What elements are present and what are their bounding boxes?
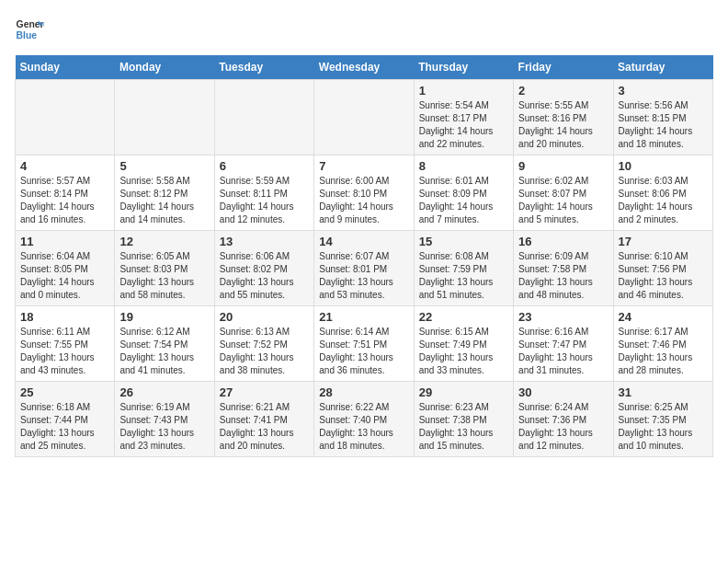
day-info: Sunrise: 6:24 AM Sunset: 7:36 PM Dayligh… bbox=[518, 401, 608, 453]
calendar-cell: 19Sunrise: 6:12 AM Sunset: 7:54 PM Dayli… bbox=[115, 306, 214, 382]
page-header: General Blue bbox=[15, 15, 713, 44]
calendar-cell: 23Sunrise: 6:16 AM Sunset: 7:47 PM Dayli… bbox=[514, 306, 613, 382]
day-info: Sunrise: 6:09 AM Sunset: 7:58 PM Dayligh… bbox=[518, 250, 608, 302]
calendar-cell: 25Sunrise: 6:18 AM Sunset: 7:44 PM Dayli… bbox=[16, 382, 115, 457]
day-number: 31 bbox=[619, 385, 708, 399]
day-number: 26 bbox=[119, 385, 209, 399]
calendar-header: SundayMondayTuesdayWednesdayThursdayFrid… bbox=[16, 55, 713, 80]
day-info: Sunrise: 5:58 AM Sunset: 8:12 PM Dayligh… bbox=[119, 175, 209, 226]
day-info: Sunrise: 6:06 AM Sunset: 8:02 PM Dayligh… bbox=[220, 250, 309, 302]
day-info: Sunrise: 5:59 AM Sunset: 8:11 PM Dayligh… bbox=[220, 175, 309, 226]
logo: General Blue bbox=[15, 15, 48, 44]
calendar-cell: 28Sunrise: 6:22 AM Sunset: 7:40 PM Dayli… bbox=[314, 382, 414, 457]
calendar-cell: 3Sunrise: 5:56 AM Sunset: 8:15 PM Daylig… bbox=[613, 80, 712, 155]
calendar-cell: 22Sunrise: 6:15 AM Sunset: 7:49 PM Dayli… bbox=[414, 306, 513, 382]
day-info: Sunrise: 5:55 AM Sunset: 8:16 PM Dayligh… bbox=[518, 99, 608, 151]
day-info: Sunrise: 6:17 AM Sunset: 7:46 PM Dayligh… bbox=[619, 326, 708, 377]
day-number: 18 bbox=[20, 310, 109, 324]
calendar-cell bbox=[214, 80, 313, 155]
calendar-body: 1Sunrise: 5:54 AM Sunset: 8:17 PM Daylig… bbox=[16, 80, 713, 457]
day-number: 22 bbox=[419, 310, 508, 324]
calendar-week-2: 4Sunrise: 5:57 AM Sunset: 8:14 PM Daylig… bbox=[16, 155, 713, 231]
calendar-cell: 9Sunrise: 6:02 AM Sunset: 8:07 PM Daylig… bbox=[514, 155, 613, 231]
day-number: 3 bbox=[619, 84, 708, 98]
calendar-cell: 21Sunrise: 6:14 AM Sunset: 7:51 PM Dayli… bbox=[314, 306, 414, 382]
day-info: Sunrise: 6:16 AM Sunset: 7:47 PM Dayligh… bbox=[518, 326, 608, 377]
day-number: 6 bbox=[220, 159, 309, 173]
calendar-cell: 12Sunrise: 6:05 AM Sunset: 8:03 PM Dayli… bbox=[115, 231, 214, 306]
day-number: 5 bbox=[119, 159, 209, 173]
day-number: 28 bbox=[319, 385, 408, 399]
calendar-cell: 16Sunrise: 6:09 AM Sunset: 7:58 PM Dayli… bbox=[514, 231, 613, 306]
calendar-cell: 26Sunrise: 6:19 AM Sunset: 7:43 PM Dayli… bbox=[115, 382, 214, 457]
weekday-header-row: SundayMondayTuesdayWednesdayThursdayFrid… bbox=[16, 55, 713, 80]
day-number: 12 bbox=[119, 235, 209, 248]
day-info: Sunrise: 6:25 AM Sunset: 7:35 PM Dayligh… bbox=[619, 401, 708, 453]
day-info: Sunrise: 6:22 AM Sunset: 7:40 PM Dayligh… bbox=[319, 401, 408, 453]
weekday-header-tuesday: Tuesday bbox=[214, 55, 313, 80]
day-number: 24 bbox=[619, 310, 708, 324]
weekday-header-friday: Friday bbox=[514, 55, 613, 80]
weekday-header-sunday: Sunday bbox=[16, 55, 115, 80]
day-info: Sunrise: 6:03 AM Sunset: 8:06 PM Dayligh… bbox=[619, 175, 708, 226]
calendar-cell: 5Sunrise: 5:58 AM Sunset: 8:12 PM Daylig… bbox=[115, 155, 214, 231]
calendar-week-3: 11Sunrise: 6:04 AM Sunset: 8:05 PM Dayli… bbox=[16, 231, 713, 306]
calendar-cell: 1Sunrise: 5:54 AM Sunset: 8:17 PM Daylig… bbox=[414, 80, 513, 155]
day-info: Sunrise: 6:12 AM Sunset: 7:54 PM Dayligh… bbox=[119, 326, 209, 377]
day-info: Sunrise: 6:21 AM Sunset: 7:41 PM Dayligh… bbox=[220, 401, 309, 453]
day-info: Sunrise: 6:11 AM Sunset: 7:55 PM Dayligh… bbox=[20, 326, 109, 377]
calendar-cell: 20Sunrise: 6:13 AM Sunset: 7:52 PM Dayli… bbox=[214, 306, 313, 382]
day-number: 13 bbox=[220, 235, 309, 248]
day-info: Sunrise: 6:07 AM Sunset: 8:01 PM Dayligh… bbox=[319, 250, 408, 302]
calendar-cell: 13Sunrise: 6:06 AM Sunset: 8:02 PM Dayli… bbox=[214, 231, 313, 306]
calendar-cell bbox=[16, 80, 115, 155]
calendar-cell: 18Sunrise: 6:11 AM Sunset: 7:55 PM Dayli… bbox=[16, 306, 115, 382]
day-info: Sunrise: 6:04 AM Sunset: 8:05 PM Dayligh… bbox=[20, 250, 109, 302]
day-number: 30 bbox=[518, 385, 608, 399]
day-number: 17 bbox=[619, 235, 708, 248]
calendar-cell: 24Sunrise: 6:17 AM Sunset: 7:46 PM Dayli… bbox=[613, 306, 712, 382]
calendar-cell: 11Sunrise: 6:04 AM Sunset: 8:05 PM Dayli… bbox=[16, 231, 115, 306]
calendar-cell bbox=[314, 80, 414, 155]
day-info: Sunrise: 6:15 AM Sunset: 7:49 PM Dayligh… bbox=[419, 326, 508, 377]
day-number: 8 bbox=[419, 159, 508, 173]
calendar-cell: 6Sunrise: 5:59 AM Sunset: 8:11 PM Daylig… bbox=[214, 155, 313, 231]
day-number: 29 bbox=[419, 385, 508, 399]
day-number: 1 bbox=[419, 84, 508, 98]
calendar-cell: 2Sunrise: 5:55 AM Sunset: 8:16 PM Daylig… bbox=[514, 80, 613, 155]
day-info: Sunrise: 6:13 AM Sunset: 7:52 PM Dayligh… bbox=[220, 326, 309, 377]
weekday-header-saturday: Saturday bbox=[613, 55, 712, 80]
day-info: Sunrise: 6:08 AM Sunset: 7:59 PM Dayligh… bbox=[419, 250, 508, 302]
calendar-week-1: 1Sunrise: 5:54 AM Sunset: 8:17 PM Daylig… bbox=[16, 80, 713, 155]
weekday-header-thursday: Thursday bbox=[414, 55, 513, 80]
calendar-cell: 27Sunrise: 6:21 AM Sunset: 7:41 PM Dayli… bbox=[214, 382, 313, 457]
calendar-cell: 15Sunrise: 6:08 AM Sunset: 7:59 PM Dayli… bbox=[414, 231, 513, 306]
day-number: 4 bbox=[20, 159, 109, 173]
day-number: 2 bbox=[518, 84, 608, 98]
day-info: Sunrise: 5:54 AM Sunset: 8:17 PM Dayligh… bbox=[419, 99, 508, 151]
svg-text:Blue: Blue bbox=[17, 30, 38, 40]
day-number: 9 bbox=[518, 159, 608, 173]
day-info: Sunrise: 6:02 AM Sunset: 8:07 PM Dayligh… bbox=[518, 175, 608, 226]
day-number: 20 bbox=[220, 310, 309, 324]
calendar-table: SundayMondayTuesdayWednesdayThursdayFrid… bbox=[15, 55, 713, 457]
day-number: 19 bbox=[119, 310, 209, 324]
calendar-cell: 8Sunrise: 6:01 AM Sunset: 8:09 PM Daylig… bbox=[414, 155, 513, 231]
calendar-cell: 31Sunrise: 6:25 AM Sunset: 7:35 PM Dayli… bbox=[613, 382, 712, 457]
calendar-cell: 4Sunrise: 5:57 AM Sunset: 8:14 PM Daylig… bbox=[16, 155, 115, 231]
calendar-cell: 30Sunrise: 6:24 AM Sunset: 7:36 PM Dayli… bbox=[514, 382, 613, 457]
calendar-cell: 29Sunrise: 6:23 AM Sunset: 7:38 PM Dayli… bbox=[414, 382, 513, 457]
calendar-cell bbox=[115, 80, 214, 155]
logo-icon: General Blue bbox=[15, 15, 44, 44]
day-info: Sunrise: 6:01 AM Sunset: 8:09 PM Dayligh… bbox=[419, 175, 508, 226]
day-info: Sunrise: 6:23 AM Sunset: 7:38 PM Dayligh… bbox=[419, 401, 508, 453]
weekday-header-monday: Monday bbox=[115, 55, 214, 80]
day-number: 23 bbox=[518, 310, 608, 324]
calendar-week-5: 25Sunrise: 6:18 AM Sunset: 7:44 PM Dayli… bbox=[16, 382, 713, 457]
day-number: 21 bbox=[319, 310, 408, 324]
day-info: Sunrise: 6:00 AM Sunset: 8:10 PM Dayligh… bbox=[319, 175, 408, 226]
day-info: Sunrise: 6:19 AM Sunset: 7:43 PM Dayligh… bbox=[119, 401, 209, 453]
calendar-cell: 10Sunrise: 6:03 AM Sunset: 8:06 PM Dayli… bbox=[613, 155, 712, 231]
calendar-cell: 17Sunrise: 6:10 AM Sunset: 7:56 PM Dayli… bbox=[613, 231, 712, 306]
day-number: 10 bbox=[619, 159, 708, 173]
